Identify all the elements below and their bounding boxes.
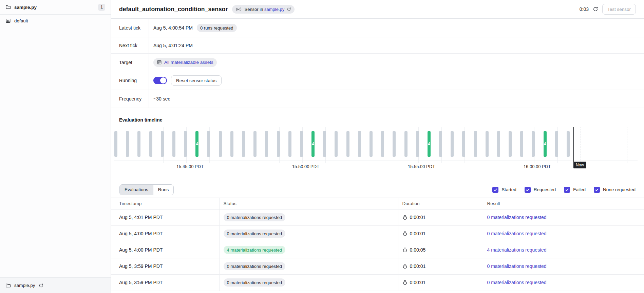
checkbox-checked-icon[interactable] [594,187,600,193]
timeline-tick-bar[interactable] [358,131,361,157]
timeline-tick-bar[interactable] [497,131,500,157]
sensor-location-badge: Sensor in sample.py [232,5,295,14]
timeline-tick-bar[interactable] [253,131,257,157]
column-header-status: Status [219,198,398,209]
timeline-tick-bar[interactable] [416,131,419,157]
timeline-tick-bar[interactable] [486,131,489,157]
evaluation-row: Aug 5, 3:59 PM PDT0 materializations req… [111,274,644,291]
timeline-tick-bar[interactable] [300,131,303,157]
result-link[interactable]: 0 materializations requested [487,280,547,285]
result-link[interactable]: 0 materializations requested [487,231,547,236]
tab-runs[interactable]: Runs [153,185,174,195]
timeline-tick-bar[interactable] [114,131,117,157]
timeline-tick-bar[interactable] [126,131,129,157]
cell-result: 0 materializations requested [483,274,644,291]
filter-checkbox-failed[interactable]: Failed [564,187,586,193]
timeline-tick-bar[interactable] [323,131,326,157]
filter-checkbox-none-requested[interactable]: None requested [594,187,636,193]
sensor-details: Latest tick Aug 5, 4:00:54 PM 0 runs req… [111,19,644,108]
sidebar-item-default[interactable]: default [0,15,111,27]
timeline-tick-bar[interactable] [381,131,384,157]
detail-label: Target [111,54,149,71]
count-badge: 1 [98,4,105,11]
cell-result: 0 materializations requested [483,258,644,274]
tab-evaluations[interactable]: Evaluations [120,185,153,195]
cell-timestamp: Aug 5, 3:59 PM PDT [111,274,219,291]
timeline-tick-bar[interactable] [149,131,152,157]
stopwatch-icon [402,231,408,236]
target-assets-pill[interactable]: All materializable assets [153,58,217,67]
checkbox-checked-icon[interactable] [492,187,498,193]
next-tick-value: Aug 5, 4:01:24 PM [153,43,193,48]
detail-row-target: Target All materializable assets [111,54,644,71]
timeline-tick-bar[interactable] [161,131,164,157]
sensor-page: default_automation_condition_sensor Sens… [111,0,644,291]
checkbox-checked-icon[interactable] [525,187,531,193]
timeline-tick-bar[interactable] [439,131,442,157]
cell-result: 0 materializations requested [483,225,644,242]
timeline-tick-bar-requested[interactable]: 4 [428,131,431,157]
sensor-icon [235,7,242,12]
checkbox-checked-icon[interactable] [564,187,570,193]
result-link[interactable]: 4 materializations requested [487,247,547,253]
timeline-gridline [627,127,627,163]
timeline-tick-bar[interactable] [404,131,408,157]
result-link[interactable]: 0 materializations requested [487,215,547,220]
timeline-tick-bar[interactable] [288,131,291,157]
timeline-tick-bar[interactable] [219,131,222,157]
reset-sensor-status-button[interactable]: Reset sensor status [171,75,222,86]
timeline-tick-bar[interactable] [335,131,338,157]
refresh-icon[interactable] [593,6,598,12]
code-location-sidebar: sample.py 1 default sample.py [0,0,111,293]
result-link[interactable]: 0 materializations requested [487,263,547,269]
timeline-tick-bar[interactable] [451,131,454,157]
timeline-tick-bar[interactable] [277,131,280,157]
timeline-tick-bar-requested[interactable]: 4 [311,131,315,157]
evaluation-row: Aug 5, 4:00 PM PDT0 materializations req… [111,225,644,242]
footer-code-location-name: sample.py [14,283,35,288]
timeline-tick-bar[interactable] [462,131,465,157]
timeline-tick-bar[interactable] [265,131,268,157]
cell-status: 0 materializations requested [219,274,398,291]
timeline-tick-bar[interactable] [555,131,558,157]
timeline-tick-bar[interactable] [137,131,140,157]
timeline-tick-bar[interactable] [172,131,175,157]
reload-icon[interactable] [287,7,291,12]
timeline-tick-bar[interactable] [474,131,477,157]
timeline-tick-bar[interactable] [520,131,523,157]
timeline-tick-bar[interactable] [230,131,233,157]
test-sensor-button[interactable]: Test sensor [602,4,636,15]
sidebar-code-location-header[interactable]: sample.py 1 [0,0,111,15]
timeline-tick-bar[interactable] [532,131,535,157]
timeline-tick-bar[interactable] [370,131,373,157]
filter-checkbox-label: None requested [603,187,636,192]
duration-value: 0:00:01 [410,263,426,269]
timeline-tick-bar[interactable] [184,131,187,157]
filters-row: Evaluations Runs StartedRequestedFailedN… [111,182,644,198]
timeline-axis-label: 15:50:00 PDT [292,164,319,169]
timeline-tick-bar-requested[interactable]: 4 [195,131,198,157]
code-location-link[interactable]: sample.py [264,7,284,12]
timeline-tick-bar[interactable] [509,131,512,157]
timeline-tick-bar[interactable] [242,131,245,157]
duration-value: 0:00:05 [410,247,426,253]
running-toggle[interactable] [153,77,167,84]
timeline-tick-bar[interactable] [393,131,396,157]
timeline-tick-bar[interactable] [567,131,570,157]
evaluation-row: Aug 5, 4:01 PM PDT0 materializations req… [111,209,644,225]
detail-label: Latest tick [111,19,149,37]
column-header-duration: Duration [398,198,483,209]
filter-checkbox-requested[interactable]: Requested [525,187,556,193]
filter-checkbox-started[interactable]: Started [492,187,516,193]
cell-duration: 0:00:01 [398,225,483,242]
reload-location-icon[interactable] [39,283,43,288]
timeline-tick-bar-requested[interactable]: 4 [544,131,547,157]
sidebar-item-label: default [14,18,28,23]
timeline-axis-label: 16:00:00 PDT [524,164,551,169]
cell-duration: 0:00:01 [398,209,483,225]
timeline-tick-bar[interactable] [346,131,349,157]
duration-value: 0:00:01 [410,231,426,236]
timeline-tick-bar[interactable] [207,131,210,157]
cell-status: 4 materializations requested [219,242,398,258]
tick-request-count: 4 [544,142,546,146]
